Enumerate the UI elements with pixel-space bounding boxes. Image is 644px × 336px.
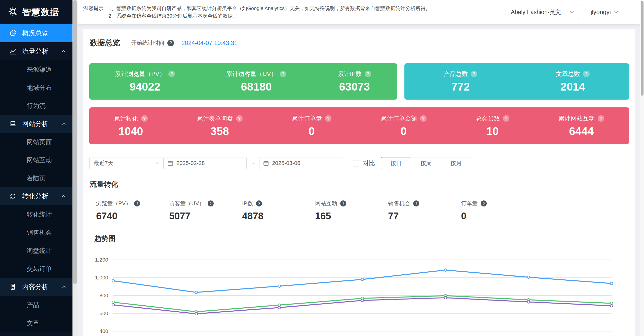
conv-stat-interaction: 网站互动? 165 (315, 200, 388, 222)
sidebar-scrollbar[interactable] (72, 0, 78, 336)
help-icon[interactable]: ? (168, 71, 175, 77)
stat-value: 1040 (119, 125, 143, 138)
help-icon[interactable]: ? (471, 71, 477, 77)
sidebar-item-label: 行为流 (27, 102, 46, 110)
by-day-button[interactable]: 按日 (381, 157, 411, 169)
sidebar-item-label: 流量分析 (22, 47, 48, 56)
stat-label: 订单量 (461, 200, 478, 207)
sidebar-item-source-channel[interactable]: 来源渠道 (0, 60, 72, 78)
start-date-input[interactable]: 2025-02-28 (164, 157, 247, 169)
help-icon[interactable]: ? (256, 200, 262, 206)
sidebar-item-behavior-flow[interactable]: 行为流 (0, 97, 72, 115)
help-icon[interactable]: ? (208, 200, 214, 206)
chevron-down-icon (155, 162, 160, 165)
stat-value: 358 (210, 125, 229, 138)
site-selector[interactable]: Abely Fashion-英文 (506, 5, 579, 19)
sidebar-item-label: 交易订单 (27, 265, 52, 273)
help-icon[interactable]: ? (280, 71, 286, 77)
by-month-button[interactable]: 按月 (441, 157, 471, 169)
main-scrollbar[interactable] (640, 0, 644, 336)
sidebar-item-label: 询盘统计 (27, 246, 52, 255)
sidebar-item-inquiry-stats[interactable]: 询盘统计 (0, 241, 72, 260)
end-date-input[interactable]: 2025-03-06 (259, 157, 342, 169)
chevron-up-icon (61, 122, 66, 125)
sidebar-item-label: 网站页面 (27, 138, 52, 146)
sidebar-item-label: 网站分析 (22, 119, 48, 128)
compare-checkbox[interactable] (353, 160, 359, 166)
stat-value: 6444 (569, 125, 594, 138)
stat-total-conversions: 累计转化? 1040 (114, 114, 148, 138)
divider (83, 193, 635, 193)
stat-value: 772 (451, 80, 470, 93)
stat-label: IP数 (242, 200, 253, 207)
user-menu[interactable]: jlyongyi (591, 9, 619, 16)
help-icon[interactable]: ? (413, 200, 419, 206)
pie-chart-icon (9, 29, 17, 37)
stat-label: 累计订单金额 (381, 114, 417, 122)
help-icon[interactable]: ? (141, 115, 148, 122)
help-icon[interactable]: ? (365, 71, 371, 77)
site-selector-value: Abely Fashion-英文 (511, 8, 561, 16)
main-scrollbar-thumb[interactable] (641, 1, 643, 96)
stat-value: 94022 (130, 80, 160, 93)
sidebar-item-website-interaction[interactable]: 网站互动 (0, 151, 72, 169)
sidebar-item-label: 地域分布 (27, 83, 52, 92)
date-range-select[interactable]: 最近7天 (89, 157, 164, 169)
stat-value: 2014 (560, 80, 585, 93)
svg-text:400: 400 (99, 328, 108, 334)
sync-icon (9, 192, 17, 200)
help-icon[interactable]: ? (420, 115, 427, 122)
help-icon[interactable]: ? (598, 115, 604, 122)
stat-total-members: 总会员数? 10 (476, 114, 509, 138)
section-title-traffic-conversion: 流量转化 (90, 180, 118, 189)
sidebar-item-trade-orders[interactable]: 交易订单 (0, 260, 72, 278)
help-icon[interactable]: ? (340, 200, 346, 206)
sidebar-item-label: 文章 (27, 319, 39, 327)
stat-value: 63073 (339, 80, 370, 93)
start-date-value: 2025-02-28 (176, 160, 205, 166)
sidebar-item-landing-page[interactable]: 着陆页 (0, 169, 72, 187)
help-icon[interactable]: ? (236, 115, 243, 122)
stat-label: 销售机会 (388, 200, 410, 207)
sidebar-item-overview[interactable]: 概况总览 (0, 24, 72, 42)
sidebar-item-articles[interactable]: 文章 (0, 314, 72, 332)
stat-label: 产品总数 (444, 70, 468, 78)
stat-total-order-amount: 累计订单金额? 0 (381, 114, 427, 138)
end-date-value: 2025-03-06 (272, 160, 300, 166)
stat-total-articles: 文章总数? 2014 (556, 70, 590, 93)
notice-text: 温馨提示： 1、智慧数据系统为我司自研产品，和其它统计分析类平台（如Google… (83, 5, 431, 20)
help-icon[interactable]: ? (167, 40, 174, 46)
stat-label: 累计浏览量（PV） (115, 70, 165, 78)
sidebar-item-traffic-analysis[interactable]: 流量分析 (0, 42, 72, 60)
stat-label: 累计表单询盘 (197, 114, 233, 122)
stat-label: 累计IP数 (338, 70, 362, 78)
laptop-icon (9, 120, 17, 128)
sidebar-item-website-analysis[interactable]: 网站分析 (0, 115, 72, 133)
sidebar-item-conversion-stats[interactable]: 转化统计 (0, 205, 72, 223)
sidebar-item-conversion-analysis[interactable]: 转化分析 (0, 187, 72, 205)
app-title: 智慧数据 (22, 6, 59, 18)
sidebar-item-website-pages[interactable]: 网站页面 (0, 133, 72, 151)
sidebar-item-products[interactable]: 产品 (0, 296, 72, 314)
sidebar-item-content-analysis[interactable]: 内容分析 (0, 278, 72, 296)
help-icon[interactable]: ? (325, 115, 331, 122)
help-icon[interactable]: ? (481, 200, 487, 206)
by-week-button[interactable]: 按周 (411, 157, 441, 169)
help-icon[interactable]: ? (503, 115, 509, 122)
help-icon[interactable]: ? (134, 200, 140, 206)
calendar-icon (167, 160, 173, 166)
overview-card: 数据总览 开始统计时间 ? 2024-04-07 10:43:31 累计浏览量（… (83, 29, 635, 336)
sidebar-scrollbar-thumb[interactable] (73, 0, 77, 284)
help-icon[interactable]: ? (583, 71, 590, 77)
conversion-totals-card: 累计转化? 1040 累计表单询盘? 358 累计订单量? 0 累计订单金额? … (89, 107, 629, 144)
notice-line-2: 2、系统会在访客会话结束30分钟后显示本次会话的数据。 (108, 12, 431, 20)
chevron-up-icon (61, 50, 66, 53)
granularity-button-group: 按日 按周 按月 (381, 157, 471, 169)
sidebar-item-region-distribution[interactable]: 地域分布 (0, 78, 72, 97)
svg-text:1,000: 1,000 (95, 275, 108, 280)
svg-text:600: 600 (99, 310, 108, 316)
stat-total-products: 产品总数? 772 (444, 70, 477, 93)
stat-label: 访客量（UV） (169, 200, 205, 207)
stat-label: 网站互动 (315, 200, 337, 207)
sidebar-item-sales-opportunity[interactable]: 销售机会 (0, 223, 72, 241)
